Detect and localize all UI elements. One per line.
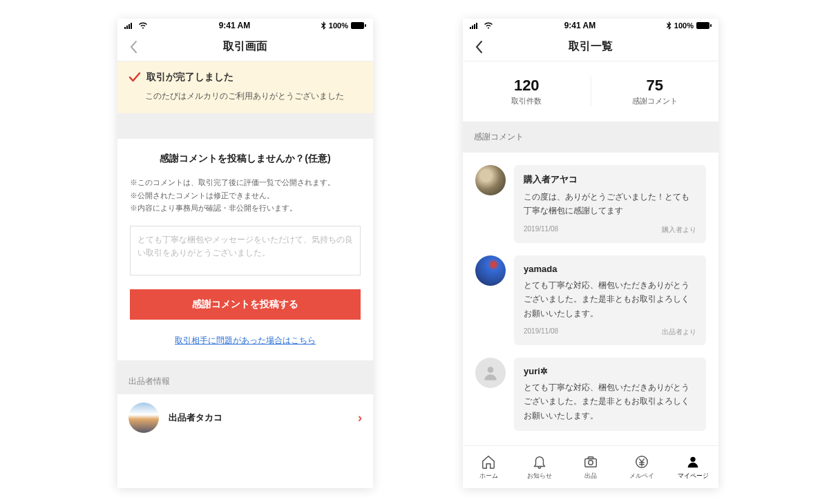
submit-thanks-button[interactable]: 感謝コメントを投稿する [130,289,361,320]
svg-point-12 [488,367,494,373]
svg-rect-0 [124,27,126,29]
yen-icon [634,454,649,469]
chevron-right-icon: › [358,411,362,425]
seller-avatar [128,403,159,433]
svg-rect-7 [472,26,473,29]
comment-item[interactable]: 購入者アヤコ この度は、ありがとうございました！とても丁寧な梱包に感謝してます … [463,153,718,243]
stats-panel: 120 取引件数 75 感謝コメント [463,61,718,122]
seller-section-label: 出品者情報 [117,360,373,394]
thanks-comment-section: 感謝コメントを投稿しませんか？(任意) ※このコメントは、取引完了後に評価一覧で… [117,139,373,360]
person-icon [482,364,499,382]
wifi-icon [138,22,148,29]
comment-role: 購入者より [662,225,696,235]
comments-list[interactable]: 購入者アヤコ この度は、ありがとうございました！とても丁寧な梱包に感謝してます … [463,153,718,488]
stat-number: 75 [591,77,719,95]
comment-date: 2019/11/08 [524,225,558,235]
svg-rect-10 [696,22,709,29]
tab-merpay[interactable]: メルペイ [616,446,667,488]
signal-icon [470,22,481,29]
status-time: 9:41 AM [219,21,251,30]
status-battery-text: 100% [674,21,694,30]
completion-banner: 取引が完了しました このたびはメルカリのご利用ありがとうございました [117,61,373,114]
bell-icon [532,454,547,469]
comment-item[interactable]: yuri✲ とても丁寧な対応、梱包いただきありがとうございました。また是非ともお… [463,345,718,431]
svg-rect-3 [131,23,132,29]
svg-rect-9 [476,23,477,29]
svg-rect-1 [126,26,128,29]
banner-subtitle: このたびはメルカリのご利用ありがとうございました [128,90,362,102]
comment-text: この度は、ありがとうございました！とても丁寧な梱包に感謝してます [524,190,696,218]
page-title: 取引画面 [223,39,267,54]
commenter-avatar [475,165,506,195]
seller-name: 出品者タカコ [169,411,348,424]
tab-label: お知らせ [527,472,552,481]
stat-label: 感謝コメント [591,96,719,106]
camera-icon [583,454,598,469]
svg-point-14 [589,460,593,464]
svg-rect-11 [710,24,712,27]
note-line: ※このコメントは、取引完了後に評価一覧で公開されます。 [130,176,361,189]
section-notes: ※このコメントは、取引完了後に評価一覧で公開されます。 ※公開されたコメントは修… [130,176,361,215]
bluetooth-icon [667,21,671,30]
svg-rect-6 [470,27,471,29]
commenter-avatar [475,358,506,388]
svg-rect-8 [474,24,475,29]
comment-text: とても丁寧な対応、梱包いただきありがとうございました。また是非ともお取引よろしく… [524,380,696,423]
tab-sell[interactable]: 出品 [565,446,616,488]
problem-report-link[interactable]: 取引相手に問題があった場合はこちら [130,335,361,347]
svg-rect-4 [351,22,364,29]
list-header: 感謝コメント [463,122,718,153]
tab-label: マイページ [678,472,709,481]
divider-gap [117,114,373,139]
check-icon [128,71,141,84]
commenter-name: yamada [524,264,696,274]
back-button[interactable] [468,32,489,61]
status-time: 9:41 AM [564,21,596,30]
svg-rect-5 [365,24,366,27]
tab-home[interactable]: ホーム [463,446,514,488]
status-battery-text: 100% [329,21,348,30]
stat-transactions: 120 取引件数 [463,77,591,106]
page-title: 取引一覧 [569,39,613,54]
tab-label: 出品 [584,472,597,481]
svg-rect-2 [128,24,130,29]
tab-bar: ホーム お知らせ 出品 メルペイ マイページ [463,445,718,488]
commenter-name: 購入者アヤコ [524,173,696,186]
wifi-icon [484,22,493,29]
comment-item[interactable]: yamada とても丁寧な対応、梱包いただきありがとうございました。また是非とも… [463,243,718,345]
chevron-left-icon [129,40,137,54]
comment-bubble: yamada とても丁寧な対応、梱包いただきありがとうございました。また是非とも… [514,255,706,345]
back-button[interactable] [123,32,144,61]
phone-transaction-screen: 9:41 AM 100% 取引画面 取引が完了しました このたびはメルカリのご利… [117,19,373,488]
thanks-comment-input[interactable] [130,226,361,275]
signal-icon [124,22,135,29]
stat-label: 取引件数 [463,96,591,106]
nav-header: 取引画面 [117,32,373,61]
stat-thanks: 75 感謝コメント [591,77,719,106]
bluetooth-icon [321,21,326,30]
phone-transaction-list: 9:41 AM 100% 取引一覧 120 取引件数 75 感謝コメント 感謝コ… [463,19,718,488]
battery-icon [696,22,712,29]
banner-title: 取引が完了しました [146,71,234,84]
comment-role: 出品者より [662,327,696,337]
comment-text: とても丁寧な対応、梱包いただきありがとうございました。また是非ともお取引よろしく… [524,278,696,320]
stat-number: 120 [463,77,591,95]
tab-mypage[interactable]: マイページ [667,446,718,488]
nav-header: 取引一覧 [463,32,718,61]
battery-icon [351,22,366,29]
commenter-avatar [475,255,506,286]
person-icon [685,454,701,469]
status-bar: 9:41 AM 100% [463,19,718,32]
comment-bubble: yuri✲ とても丁寧な対応、梱包いただきありがとうございました。また是非ともお… [514,358,706,431]
seller-info-row[interactable]: 出品者タカコ › [117,394,373,441]
tab-notifications[interactable]: お知らせ [514,446,565,488]
note-line: ※内容により事務局が確認・非公開を行います。 [130,202,361,215]
section-title: 感謝コメントを投稿しませんか？(任意) [130,153,361,165]
commenter-name: yuri✲ [524,366,696,376]
comment-bubble: 購入者アヤコ この度は、ありがとうございました！とても丁寧な梱包に感謝してます … [514,165,706,243]
home-icon [481,454,496,469]
svg-rect-15 [588,456,593,458]
status-bar: 9:41 AM 100% [117,19,373,32]
svg-point-17 [690,456,695,461]
tab-label: メルペイ [629,472,654,481]
